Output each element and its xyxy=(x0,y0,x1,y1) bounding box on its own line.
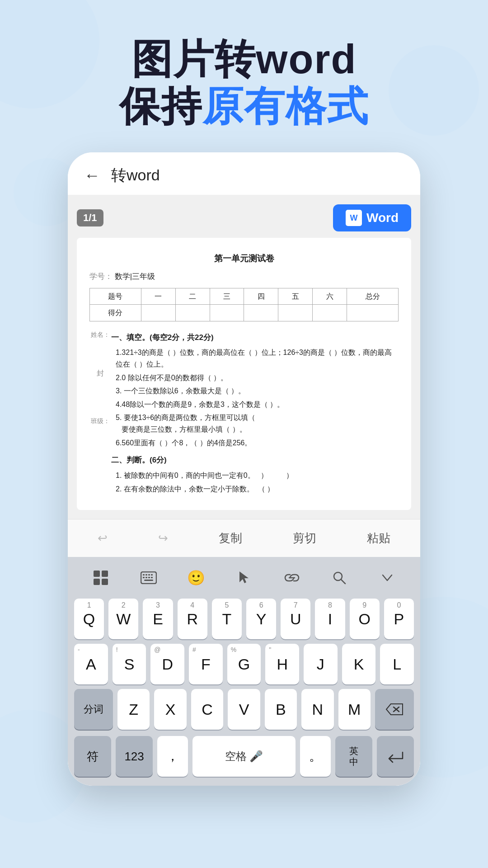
key-h[interactable]: "H xyxy=(265,644,299,684)
key-s[interactable]: !S xyxy=(113,644,146,684)
key-p[interactable]: 0P xyxy=(384,599,414,639)
section-1: 一、填空。(每空2分，共22分) 1.321÷3的商是（ ）位数，商的最高位在（… xyxy=(111,331,399,449)
key-v[interactable]: V xyxy=(228,689,260,730)
xuehao-label: 学号： xyxy=(89,272,113,281)
key-o[interactable]: 9O xyxy=(350,599,380,639)
word-btn-label: Word xyxy=(366,211,399,225)
svg-rect-12 xyxy=(151,577,153,578)
svg-rect-3 xyxy=(102,579,108,585)
key-y[interactable]: 6Y xyxy=(246,599,276,639)
key-t[interactable]: 5T xyxy=(212,599,242,639)
svg-rect-13 xyxy=(144,580,153,581)
key-123[interactable]: 123 xyxy=(116,736,153,777)
section1-item3: 3. 一个三位数除以6，余数最大是（ ）。 xyxy=(116,385,399,397)
svg-rect-7 xyxy=(148,574,150,576)
kb-link-btn[interactable] xyxy=(274,564,310,591)
app-title: 转word xyxy=(111,165,160,186)
key-c[interactable]: C xyxy=(191,689,223,730)
key-e[interactable]: 3E xyxy=(143,599,173,639)
hero-line2: 保持原有格式 xyxy=(119,83,369,130)
section1-item6: 6.560里面有（ ）个8，（ ）的4倍是256。 xyxy=(116,437,399,449)
key-k[interactable]: K xyxy=(342,644,376,684)
key-space[interactable]: 空格 🎤 xyxy=(192,736,296,777)
key-m[interactable]: M xyxy=(338,689,371,730)
table-header-1: 一 xyxy=(141,288,175,305)
key-lang[interactable]: 英中 xyxy=(335,736,372,777)
hero-line2-blue: 原有格式 xyxy=(202,84,369,129)
key-g[interactable]: %G xyxy=(227,644,261,684)
svg-rect-8 xyxy=(151,574,153,576)
key-period[interactable]: 。 xyxy=(300,736,331,777)
table-header-6: 六 xyxy=(313,288,347,305)
key-fenci[interactable]: 分词 xyxy=(74,689,113,730)
key-i[interactable]: 8I xyxy=(315,599,345,639)
banji-label: 班级： xyxy=(91,416,110,427)
kb-cursor-btn[interactable] xyxy=(226,564,262,591)
undo-button[interactable]: ↩ xyxy=(90,529,115,547)
section1-item5: 5. 要使13÷6的商是两位数，方框里可以填（ 要使商是三位数，方框里最小填（ … xyxy=(116,412,399,435)
hero-line2-prefix: 保持 xyxy=(119,84,202,129)
key-n[interactable]: N xyxy=(301,689,333,730)
kb-search-btn[interactable] xyxy=(321,564,357,591)
key-r[interactable]: 4R xyxy=(178,599,207,639)
svg-line-17 xyxy=(341,580,345,584)
svg-marker-14 xyxy=(239,571,249,583)
keyboard-row-2: -A !S @D #F %G "H J K L xyxy=(74,644,414,684)
key-u[interactable]: 7U xyxy=(281,599,310,639)
key-j[interactable]: J xyxy=(304,644,338,684)
keyboard-area: 🙂 xyxy=(68,557,420,786)
section2-item1: 1. 被除数的中间有0，商的中间也一定有0。 ） ） xyxy=(116,470,399,481)
app-header: ← 转word xyxy=(68,152,420,195)
xuehao-value: 数学|三年级 xyxy=(115,272,155,281)
section1-item2: 2.0 除以任何不是0的数都得（ ）。 xyxy=(116,372,399,384)
svg-rect-0 xyxy=(94,571,100,577)
key-delete[interactable] xyxy=(375,689,414,730)
key-d[interactable]: @D xyxy=(150,644,184,684)
key-q[interactable]: 1Q xyxy=(74,599,104,639)
paste-button[interactable]: 粘贴 xyxy=(360,528,398,548)
key-w[interactable]: 2W xyxy=(108,599,138,639)
doc-center-title: 第一单元测试卷 xyxy=(89,251,399,266)
key-return[interactable] xyxy=(377,736,414,777)
redo-button[interactable]: ↪ xyxy=(151,529,175,547)
key-l[interactable]: L xyxy=(380,644,414,684)
word-export-button[interactable]: W Word xyxy=(333,204,411,231)
app-screen: ← 转word 1/1 W Word xyxy=(68,152,420,786)
keyboard-row-3: 分词 Z X C V B N M xyxy=(74,689,414,730)
doc-main-content: 一、填空。(每空2分，共22分) 1.321÷3的商是（ ）位数，商的最高位在（… xyxy=(111,326,399,497)
kb-grid-btn[interactable] xyxy=(83,564,119,591)
section2-item2: 2. 在有余数的除法中，余数一定小于除数。 （ ） xyxy=(116,483,399,495)
key-comma[interactable]: ， xyxy=(157,736,188,777)
key-z[interactable]: Z xyxy=(117,689,150,730)
phone-mockup: ← 转word 1/1 W Word xyxy=(68,152,420,786)
section2-title: 二、判断。(6分) xyxy=(111,454,399,467)
key-fu[interactable]: 符 xyxy=(74,736,111,777)
edit-toolbar: ↩ ↪ 复制 剪切 粘贴 xyxy=(68,519,420,557)
kb-emoji-btn[interactable]: 🙂 xyxy=(178,564,214,591)
back-button[interactable]: ← xyxy=(84,166,100,185)
key-a[interactable]: -A xyxy=(74,644,108,684)
document-page: 第一单元测试卷 学号： 数学|三年级 题号 一 二 xyxy=(77,238,411,510)
copy-button[interactable]: 复制 xyxy=(211,528,249,548)
keyboard-row-1: 1Q 2W 3E 4R 5T 6Y 7U 8I 9O 0P xyxy=(74,599,414,639)
section1-item4: 4.48除以一个数的商是9，余数是3，这个数是（ ）。 xyxy=(116,399,399,410)
kb-keyboard-btn[interactable] xyxy=(131,564,167,591)
key-b[interactable]: B xyxy=(265,689,297,730)
cut-button[interactable]: 剪切 xyxy=(286,528,324,548)
table-header-4: 四 xyxy=(244,288,278,305)
table-header-tihao: 题号 xyxy=(90,288,141,305)
kb-collapse-btn[interactable] xyxy=(369,564,405,591)
feng-label: 封 xyxy=(97,367,104,379)
table-header-2: 二 xyxy=(175,288,210,305)
table-defen: 得分 xyxy=(90,305,141,321)
svg-rect-10 xyxy=(145,577,147,578)
svg-rect-6 xyxy=(145,574,147,576)
keyboard-top-row: 🙂 xyxy=(68,557,420,596)
svg-rect-5 xyxy=(143,574,145,576)
key-f[interactable]: #F xyxy=(189,644,223,684)
table-header-total: 总分 xyxy=(347,288,399,305)
word-icon: W xyxy=(346,210,362,226)
svg-rect-2 xyxy=(94,579,100,585)
key-x[interactable]: X xyxy=(154,689,186,730)
xingming-label: 姓名： xyxy=(91,330,110,340)
